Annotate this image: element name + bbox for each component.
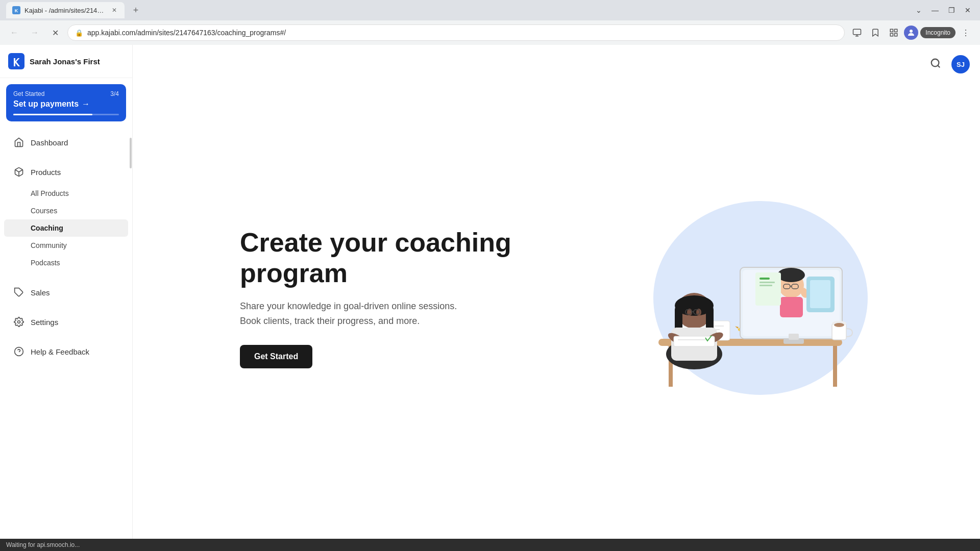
sidebar-item-courses[interactable]: Courses [4,202,128,219]
tag-icon [13,287,24,298]
svg-text:K: K [15,8,18,13]
nav-section-help: Help & Feedback [0,337,132,366]
tab-favicon: K [12,6,20,14]
svg-rect-40 [810,280,830,308]
app-container: Sarah Jonas's First Get Started 3/4 Set … [0,45,980,551]
bookmark-icon[interactable] [867,24,884,41]
window-controls: ⌄ — ❐ ✕ [913,4,974,16]
sidebar-header: Sarah Jonas's First [0,45,132,78]
tab-list-button[interactable]: ⌄ [913,4,925,16]
menu-button[interactable]: ⋮ [958,24,974,41]
status-bar: Waiting for api.smooch.io... [0,539,980,551]
tab-close-button[interactable]: ✕ [110,6,118,14]
browser-tab[interactable]: K Kajabi - /admin/sites/214764716 ✕ [6,2,125,18]
svg-point-14 [932,59,939,67]
sidebar-item-sales-label: Sales [31,288,50,297]
help-icon [13,346,24,357]
svg-rect-33 [780,297,803,317]
reload-button[interactable]: ✕ [47,24,63,41]
profile-switch-icon[interactable] [886,24,902,41]
svg-point-11 [18,321,20,323]
nav-section-settings: Settings [0,307,132,337]
site-name: Sarah Jonas's First [30,57,100,66]
sidebar: Sarah Jonas's First Get Started 3/4 Set … [0,45,133,551]
kajabi-logo [8,53,24,69]
sidebar-item-podcasts[interactable]: Podcasts [4,254,128,271]
lock-icon: 🔒 [75,29,83,37]
browser-titlebar: K Kajabi - /admin/sites/214764716 ✕ + ⌄ … [0,0,980,20]
cast-icon[interactable] [849,24,865,41]
sidebar-scroll: Get Started 3/4 Set up payments → Dash [0,78,132,551]
svg-rect-6 [891,34,893,36]
nav-section-sales: Sales [0,278,132,307]
svg-rect-19 [833,346,837,387]
progress-bar [13,114,119,115]
close-button[interactable]: ✕ [962,4,974,16]
toolbar-actions: Incognito ⋮ [849,24,974,41]
sidebar-item-community[interactable]: Community [4,237,128,254]
progress-fill [13,114,92,115]
svg-rect-5 [895,34,897,36]
scrollbar-track[interactable] [129,136,132,551]
gear-icon [13,316,24,328]
search-button[interactable] [930,58,941,71]
sidebar-item-settings-label: Settings [31,318,58,327]
top-right-actions: SJ [920,45,980,84]
svg-rect-37 [760,282,775,283]
page-title: Create your coaching program [240,228,546,289]
get-started-title: Set up payments → [13,99,119,109]
products-sub-nav: All Products Courses Coaching Community … [0,183,132,273]
svg-point-29 [777,268,805,282]
back-button[interactable]: ← [6,24,22,41]
new-tab-button[interactable]: + [129,3,143,17]
svg-point-7 [910,30,913,33]
sidebar-item-settings[interactable]: Settings [4,311,128,333]
svg-rect-2 [853,29,861,35]
sidebar-item-coaching[interactable]: Coaching [4,219,128,237]
avatar-initials: SJ [957,61,965,68]
svg-line-15 [938,65,940,67]
get-started-label: Get Started 3/4 [13,90,119,97]
svg-rect-56 [674,336,715,346]
nav-section-products: Products All Products Courses Coaching C… [0,157,132,278]
sidebar-item-dashboard-label: Dashboard [31,138,68,147]
forward-button[interactable]: → [27,24,43,41]
get-started-button[interactable]: Get Started [240,345,312,368]
svg-rect-38 [760,285,772,286]
sidebar-item-sales[interactable]: Sales [4,282,128,303]
tab-title: Kajabi - /admin/sites/214764716 [24,7,106,14]
svg-rect-42 [789,334,799,340]
svg-rect-35 [755,272,781,306]
svg-rect-3 [891,29,893,32]
home-icon [13,137,24,148]
content-area: Create your coaching program Share your … [199,160,914,436]
box-icon [13,166,24,178]
minimize-button[interactable]: — [929,4,941,16]
nav-section-dashboard: Dashboard [0,128,132,157]
coaching-illustration [592,191,873,405]
user-avatar[interactable]: SJ [951,55,970,73]
incognito-profile-icon[interactable] [904,26,918,40]
url-text: app.kajabi.com/admin/sites/2147647163/co… [87,29,837,37]
sidebar-item-dashboard[interactable]: Dashboard [4,132,128,153]
browser-toolbar: ← → ✕ 🔒 app.kajabi.com/admin/sites/21476… [0,20,980,45]
incognito-label: Incognito [925,29,950,36]
get-started-card[interactable]: Get Started 3/4 Set up payments → [6,84,126,121]
scrollbar-thumb [130,138,132,168]
sidebar-item-products-label: Products [31,168,61,177]
svg-rect-36 [760,278,770,280]
content-left: Create your coaching program Share your … [240,228,546,368]
maximize-button[interactable]: ❐ [945,4,958,16]
page-description: Share your knowledge in goal-driven onli… [240,299,546,329]
sidebar-item-products[interactable]: Products [4,161,128,183]
svg-point-60 [834,323,844,327]
sidebar-item-help-label: Help & Feedback [31,347,89,356]
status-text: Waiting for api.smooch.io... [6,541,80,548]
sidebar-item-all-products[interactable]: All Products [4,185,128,202]
sidebar-item-help[interactable]: Help & Feedback [4,341,128,362]
main-content: SJ Create your coaching program Share yo… [133,45,980,551]
svg-rect-4 [895,29,897,32]
incognito-button[interactable]: Incognito [920,27,955,38]
address-bar[interactable]: 🔒 app.kajabi.com/admin/sites/2147647163/… [67,24,845,41]
